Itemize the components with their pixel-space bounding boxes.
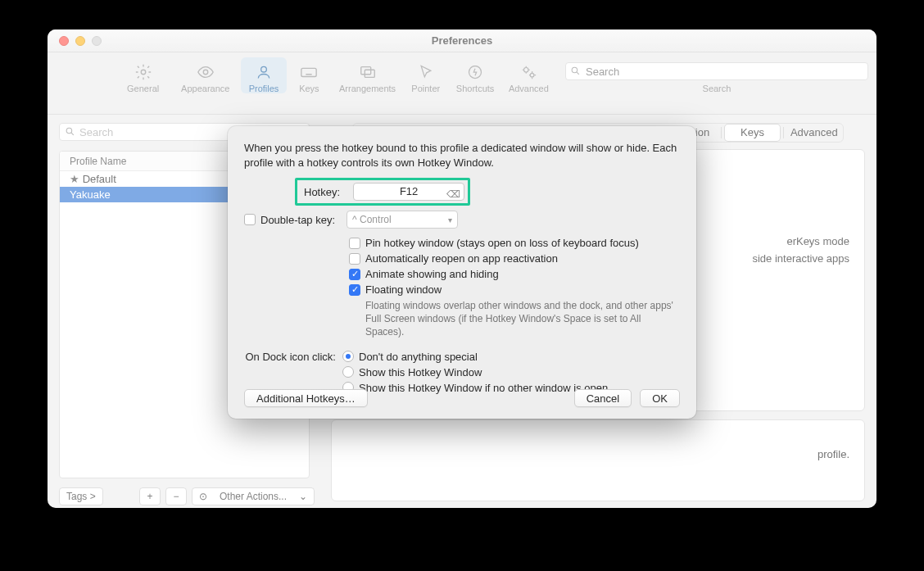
- svg-point-9: [572, 67, 578, 73]
- window-title: Preferences: [48, 34, 876, 47]
- doubletap-label: Double-tap key:: [260, 214, 342, 226]
- toolbar-search-input[interactable]: [565, 62, 868, 80]
- reopen-checkbox[interactable]: [349, 253, 360, 265]
- svg-point-2: [261, 66, 267, 72]
- hotkey-value: F12: [400, 185, 418, 197]
- dock-radio-0[interactable]: [342, 351, 354, 362]
- svg-point-0: [141, 70, 146, 75]
- tab-keys[interactable]: Keys: [725, 125, 779, 141]
- additional-hotkeys-button[interactable]: Additional Hotkeys…: [244, 389, 368, 407]
- hotkey-highlight-group: Hotkey: F12 ⌫: [295, 178, 470, 206]
- animate-label: Animate showing and hiding: [365, 268, 499, 280]
- person-icon: [241, 61, 286, 84]
- reopen-label: Automatically reopen on app reactivation: [365, 252, 558, 265]
- toolbar-shortcuts[interactable]: Shortcuts: [448, 57, 501, 93]
- sidebar-bottom-bar: Tags > + − ⊙Other Actions...⌄: [59, 485, 315, 508]
- keyboard-icon: [287, 61, 332, 84]
- bg-text-fragment: profile.: [346, 448, 849, 460]
- cancel-button[interactable]: Cancel: [574, 389, 632, 407]
- svg-rect-3: [301, 68, 316, 76]
- svg-rect-5: [365, 70, 374, 77]
- floating-checkbox[interactable]: [349, 284, 360, 296]
- toolbar-pointer[interactable]: Pointer: [403, 57, 448, 93]
- dock-opt-0: Don't do anything special: [359, 351, 478, 363]
- dock-label: On Dock icon click:: [244, 351, 342, 363]
- tags-button[interactable]: Tags >: [59, 487, 103, 505]
- svg-point-7: [524, 68, 529, 73]
- close-button[interactable]: [59, 36, 69, 46]
- ok-button[interactable]: OK: [640, 389, 680, 407]
- search-icon: [65, 126, 75, 139]
- floating-note: Floating windows overlap other windows a…: [365, 299, 680, 339]
- svg-point-10: [66, 128, 72, 134]
- toolbar-arrangements[interactable]: Arrangements: [332, 57, 403, 93]
- toolbar-search-label: Search: [565, 84, 868, 93]
- eye-icon: [170, 61, 241, 84]
- cursor-icon: [403, 61, 448, 84]
- svg-rect-4: [360, 67, 370, 75]
- toolbar-general[interactable]: General: [116, 57, 170, 93]
- bolt-icon: [448, 61, 501, 84]
- toolbar-keys[interactable]: Keys: [287, 57, 332, 93]
- doubletap-checkbox[interactable]: [244, 214, 256, 225]
- tab-advanced[interactable]: Advanced: [787, 125, 841, 141]
- animate-checkbox[interactable]: [349, 269, 360, 280]
- dock-radio-1[interactable]: [342, 366, 354, 378]
- hotkey-label: Hotkey:: [304, 186, 346, 198]
- gear-icon: [116, 61, 170, 84]
- titlebar: Preferences: [48, 29, 876, 52]
- pin-checkbox[interactable]: [349, 238, 360, 249]
- sheet-intro: When you press the hotkey bound to this …: [244, 141, 680, 170]
- zoom-button[interactable]: [92, 36, 102, 46]
- remove-profile-button[interactable]: −: [165, 487, 187, 505]
- gears-icon: [502, 61, 555, 84]
- chevron-down-icon: [448, 214, 452, 225]
- svg-point-8: [531, 73, 535, 77]
- hotkey-sheet: When you press the hotkey bound to this …: [228, 126, 696, 419]
- dock-opt-1: Show this Hotkey Window: [359, 366, 482, 378]
- minimize-button[interactable]: [75, 36, 85, 46]
- toolbar-search: Search: [565, 62, 868, 93]
- window-controls: [59, 36, 102, 46]
- profile-search-placeholder: Search: [79, 126, 113, 138]
- windows-icon: [332, 61, 403, 84]
- other-actions-dropdown[interactable]: ⊙Other Actions...⌄: [192, 487, 315, 505]
- add-profile-button[interactable]: +: [139, 487, 161, 505]
- doubletap-select[interactable]: ^ Control: [346, 211, 458, 229]
- toolbar-advanced[interactable]: Advanced: [502, 57, 555, 93]
- clear-hotkey-icon[interactable]: ⌫: [446, 186, 460, 202]
- svg-point-1: [203, 70, 208, 75]
- toolbar-profiles[interactable]: Profiles: [241, 57, 286, 93]
- hotkey-field[interactable]: F12 ⌫: [353, 183, 464, 201]
- pin-label: Pin hotkey window (stays open on loss of…: [365, 237, 639, 249]
- floating-label: Floating window: [365, 283, 442, 296]
- toolbar-appearance[interactable]: Appearance: [170, 57, 241, 93]
- hotkey-info-panel: profile.: [331, 419, 865, 501]
- search-icon: [570, 66, 581, 79]
- toolbar: General Appearance Profiles Keys Arrange…: [48, 52, 876, 115]
